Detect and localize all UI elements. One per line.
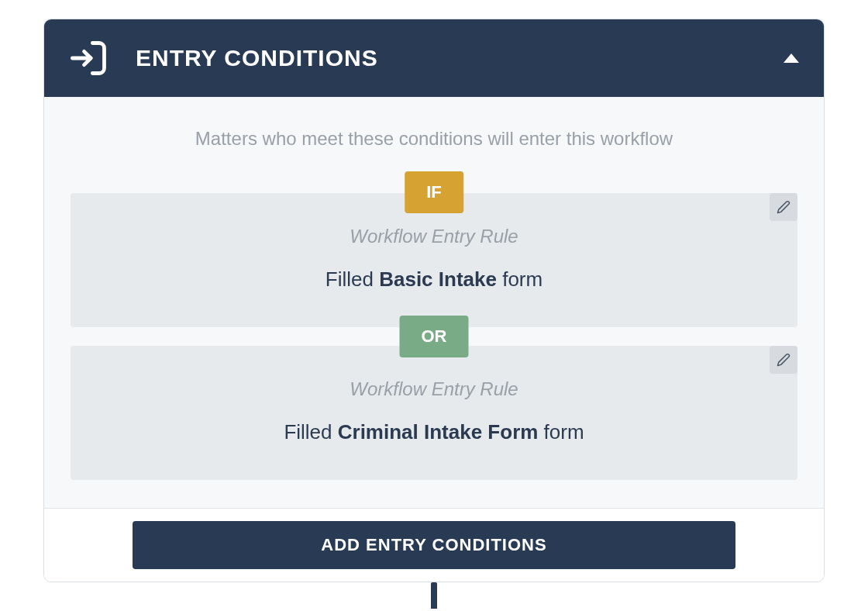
rule-text: Filled Criminal Intake Form form: [86, 420, 782, 444]
pencil-icon: [777, 353, 790, 367]
rule-suffix: form: [538, 420, 584, 444]
rule-bold: Basic Intake: [379, 268, 497, 291]
edit-rule-button[interactable]: [770, 193, 797, 221]
conditions-description: Matters who meet these conditions will e…: [44, 128, 824, 150]
card-body: Matters who meet these conditions will e…: [44, 97, 824, 582]
or-pill: OR: [400, 316, 469, 357]
rules-area: IF Workflow Entry Rule Filled Basic Inta…: [44, 171, 824, 508]
entry-icon: [69, 38, 109, 78]
add-entry-conditions-button[interactable]: ADD ENTRY CONDITIONS: [133, 521, 735, 569]
pencil-icon: [777, 200, 790, 214]
connector-line: [431, 582, 437, 609]
entry-conditions-card: ENTRY CONDITIONS Matters who meet these …: [43, 19, 825, 582]
rule-prefix: Filled: [284, 420, 337, 444]
rule-card: Workflow Entry Rule Filled Criminal Inta…: [71, 346, 797, 480]
if-pill-wrap: IF: [71, 171, 797, 193]
rule-title: Workflow Entry Rule: [86, 226, 782, 247]
rule-title: Workflow Entry Rule: [86, 378, 782, 400]
rule-suffix: form: [497, 268, 542, 291]
card-footer: ADD ENTRY CONDITIONS: [44, 508, 824, 582]
rule-bold: Criminal Intake Form: [338, 420, 539, 444]
card-header: ENTRY CONDITIONS: [44, 19, 824, 97]
if-pill: IF: [405, 171, 463, 213]
rule-prefix: Filled: [326, 268, 379, 291]
rule-text: Filled Basic Intake form: [86, 268, 782, 292]
collapse-toggle-icon[interactable]: [784, 54, 799, 63]
header-title: ENTRY CONDITIONS: [136, 45, 378, 71]
edit-rule-button[interactable]: [770, 346, 797, 374]
